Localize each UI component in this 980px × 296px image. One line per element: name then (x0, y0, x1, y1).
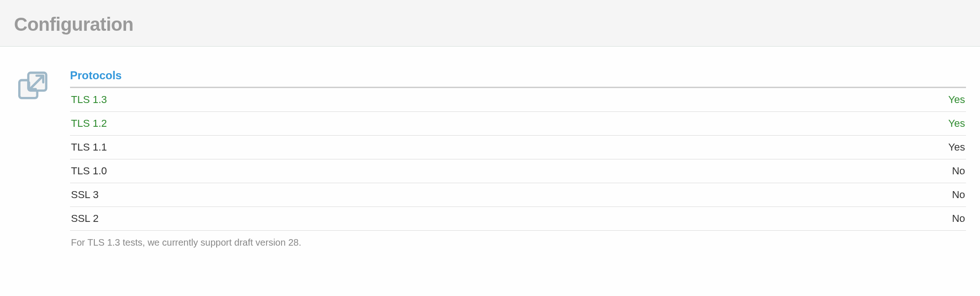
table-row: SSL 2No (70, 207, 966, 231)
protocol-value: Yes (670, 112, 966, 136)
protocol-name: TLS 1.3 (70, 88, 670, 112)
table-row: SSL 3No (70, 183, 966, 207)
protocol-value: No (670, 183, 966, 207)
protocol-name: SSL 2 (70, 207, 670, 231)
protocols-section: Protocols TLS 1.3YesTLS 1.2YesTLS 1.1Yes… (70, 69, 966, 248)
protocol-value: Yes (670, 136, 966, 159)
protocol-value: Yes (670, 88, 966, 112)
protocols-table: TLS 1.3YesTLS 1.2YesTLS 1.1YesTLS 1.0NoS… (70, 88, 966, 231)
protocol-value: No (670, 207, 966, 231)
table-row: TLS 1.1Yes (70, 136, 966, 159)
icon-column (14, 69, 56, 248)
protocol-name: TLS 1.2 (70, 112, 670, 136)
protocol-value: No (670, 159, 966, 183)
table-row: TLS 1.3Yes (70, 88, 966, 112)
section-heading: Protocols (70, 69, 966, 88)
table-row: TLS 1.2Yes (70, 112, 966, 136)
content-wrapper: Protocols TLS 1.3YesTLS 1.2YesTLS 1.1Yes… (0, 47, 980, 262)
page-title: Configuration (14, 14, 966, 35)
protocol-name: TLS 1.1 (70, 136, 670, 159)
header-section: Configuration (0, 0, 980, 47)
table-row: TLS 1.0No (70, 159, 966, 183)
protocol-name: SSL 3 (70, 183, 670, 207)
section-footnote: For TLS 1.3 tests, we currently support … (70, 231, 966, 248)
protocol-name: TLS 1.0 (70, 159, 670, 183)
expand-arrows-icon[interactable] (16, 69, 54, 108)
